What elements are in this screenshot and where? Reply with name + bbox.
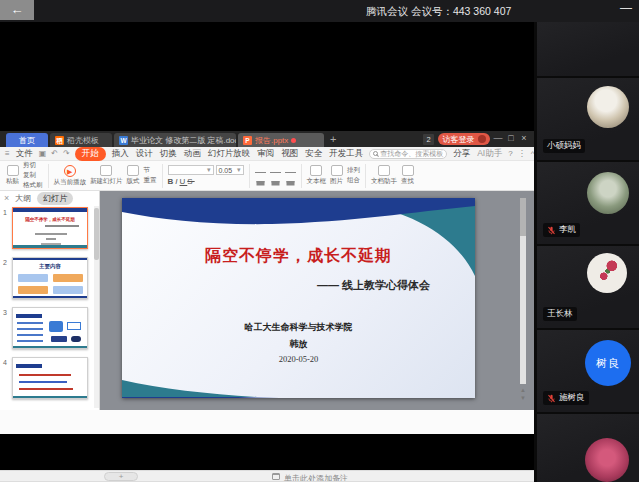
picture-icon bbox=[331, 165, 343, 176]
ai-assistant-button[interactable]: AI助手 bbox=[476, 148, 503, 160]
strikethrough-button[interactable]: S bbox=[187, 177, 194, 186]
section-button[interactable]: 节 bbox=[144, 166, 157, 175]
decor bbox=[17, 322, 43, 324]
menu-security[interactable]: 安全 bbox=[304, 148, 323, 160]
font-name-combo[interactable]: ▾ bbox=[168, 165, 214, 175]
ribbon-separator bbox=[365, 164, 366, 188]
menu-start[interactable]: 开始 bbox=[75, 147, 106, 161]
tab-ppt-label: 报告.pptx bbox=[255, 135, 288, 146]
help-icon[interactable]: ? bbox=[508, 149, 512, 158]
tab-outline[interactable]: 大纲 bbox=[15, 193, 31, 204]
menu-design[interactable]: 设计 bbox=[135, 148, 154, 160]
bullet-list-icon[interactable] bbox=[255, 172, 266, 181]
tab-word-document[interactable]: W 毕业论文 修改第二版 定稿.docx bbox=[114, 133, 236, 147]
menu-transition[interactable]: 切换 bbox=[159, 148, 178, 160]
video-tile-camera-off[interactable] bbox=[537, 22, 639, 76]
meeting-title: 腾讯会议 会议号：443 360 407 bbox=[366, 5, 511, 19]
panel-close-icon[interactable]: × bbox=[4, 193, 9, 203]
menu-devtools[interactable]: 开发工具 bbox=[328, 148, 364, 160]
doc-assistant-label: 文档助手 bbox=[371, 177, 397, 186]
decor bbox=[16, 364, 42, 368]
reset-button[interactable]: 重置 bbox=[144, 176, 157, 185]
participant-nameplate: 小硕妈妈 bbox=[543, 139, 585, 153]
layout-button[interactable]: 版式 bbox=[125, 165, 142, 186]
tab-ppt-document-active[interactable]: P 报告.pptx bbox=[238, 133, 324, 147]
previous-slide-button[interactable]: ▲ bbox=[518, 387, 528, 393]
menu-insert[interactable]: 插入 bbox=[111, 148, 130, 160]
tab-slides[interactable]: 幻灯片 bbox=[37, 192, 73, 205]
doc-assistant-button[interactable]: 文档助手 bbox=[369, 165, 399, 186]
play-from-current-button[interactable]: ▶ 从当前播放 bbox=[52, 165, 89, 187]
slide-thumbnail-3[interactable] bbox=[12, 307, 88, 349]
command-search-input[interactable]: 查找命令、搜索模板 bbox=[369, 149, 447, 159]
video-tile[interactable] bbox=[537, 414, 639, 482]
align-icon[interactable] bbox=[285, 172, 296, 181]
notes-icon bbox=[272, 473, 280, 480]
decor bbox=[13, 396, 87, 398]
canvas-scrollbar[interactable] bbox=[520, 198, 526, 384]
wps-close-button[interactable]: × bbox=[518, 133, 530, 143]
menu-review[interactable]: 审阅 bbox=[256, 148, 275, 160]
video-tile[interactable]: 王长林 bbox=[537, 246, 639, 328]
copy-button[interactable]: 复制 bbox=[23, 171, 43, 180]
search-placeholder: 查找命令、搜索模板 bbox=[380, 149, 443, 159]
font-size-value: 0.05 bbox=[219, 167, 233, 174]
meeting-minimize-button[interactable]: — bbox=[618, 1, 634, 15]
font-size-combo[interactable]: 0.05▾ bbox=[216, 165, 244, 175]
find-label: 查找 bbox=[401, 177, 414, 186]
next-slide-button[interactable]: ▼ bbox=[518, 395, 528, 401]
redo-icon[interactable]: ↷ bbox=[63, 149, 70, 158]
ribbon-separator bbox=[301, 164, 302, 188]
textbox-label: 文本框 bbox=[307, 177, 327, 186]
cut-button[interactable]: 剪切 bbox=[23, 161, 43, 170]
wps-window: 首页 稻 稻壳模板 W 毕业论文 修改第二版 定稿.docx P 报告.pptx… bbox=[0, 131, 534, 434]
share-button[interactable]: 分享 bbox=[452, 148, 471, 160]
wps-restore-button[interactable]: □ bbox=[505, 133, 517, 143]
textbox-button[interactable]: 文本框 bbox=[305, 165, 329, 186]
video-tile[interactable]: 李凯 bbox=[537, 162, 639, 244]
panel-scroll-thumb[interactable] bbox=[94, 208, 99, 260]
undo-icon[interactable]: ↶ bbox=[51, 149, 58, 158]
menu-view[interactable]: 视图 bbox=[280, 148, 299, 160]
numbered-list-icon[interactable] bbox=[270, 172, 281, 181]
canvas-scroll-thumb[interactable] bbox=[520, 198, 526, 236]
panel-scrollbar[interactable] bbox=[94, 206, 99, 408]
tab-home[interactable]: 首页 bbox=[6, 133, 48, 147]
wps-tab-bar: 首页 稻 稻壳模板 W 毕业论文 修改第二版 定稿.docx P 报告.pptx… bbox=[0, 131, 534, 147]
paste-button[interactable]: 粘贴 bbox=[4, 165, 21, 186]
notification-badge[interactable]: 2 bbox=[423, 134, 434, 145]
arrange-button[interactable]: 排列 bbox=[347, 166, 360, 175]
slide-thumbnail-1[interactable]: 隔空不停学，成长不延期 bbox=[12, 207, 88, 249]
tab-docer-templates[interactable]: 稻 稻壳模板 bbox=[50, 133, 112, 147]
arrange-group: 排列 组合 bbox=[345, 166, 362, 185]
decor bbox=[51, 336, 67, 342]
word-doc-icon: W bbox=[119, 136, 128, 145]
doc-assistant-icon bbox=[378, 165, 390, 176]
wps-minimize-button[interactable]: — bbox=[492, 133, 504, 143]
meeting-title-bar: ← 腾讯会议 会议号：443 360 407 — bbox=[0, 0, 639, 22]
more-icon[interactable]: ⋮ bbox=[518, 149, 526, 158]
picture-button[interactable]: 图片 bbox=[328, 165, 345, 186]
find-button[interactable]: 查找 bbox=[399, 165, 416, 186]
menu-file[interactable]: 文件 bbox=[15, 148, 34, 160]
menu-slideshow[interactable]: 幻灯片放映 bbox=[207, 148, 252, 160]
slide[interactable]: 隔空不停学，成长不延期 —— 线上教学心得体会 哈工大生命科学与技术学院 韩放 … bbox=[122, 198, 475, 398]
new-slide-button[interactable]: 新建幻灯片 bbox=[88, 165, 125, 186]
layout-icon bbox=[127, 165, 139, 176]
format-painter-button[interactable]: 格式刷 bbox=[23, 181, 43, 190]
notes-bar: + 单击此处添加备注 bbox=[0, 470, 534, 481]
slide-thumbnail-2[interactable]: 主要内容 bbox=[12, 257, 88, 299]
menu-animation[interactable]: 动画 bbox=[183, 148, 202, 160]
participant-name: 施树良 bbox=[559, 392, 585, 404]
section-group: 节 重置 bbox=[142, 166, 159, 185]
group-button[interactable]: 组合 bbox=[347, 176, 360, 185]
new-tab-button[interactable]: + bbox=[330, 133, 336, 145]
save-icon[interactable]: ▣ bbox=[39, 149, 47, 158]
slide-thumbnail-4[interactable] bbox=[12, 357, 88, 399]
add-slide-button[interactable]: + bbox=[104, 472, 138, 481]
docer-icon: 稻 bbox=[55, 136, 64, 145]
back-button[interactable]: ← bbox=[0, 0, 34, 20]
guest-login-button[interactable]: 访客登录 bbox=[438, 133, 490, 145]
video-tile[interactable]: 树良 施树良 bbox=[537, 330, 639, 412]
video-tile[interactable]: 小硕妈妈 bbox=[537, 78, 639, 160]
